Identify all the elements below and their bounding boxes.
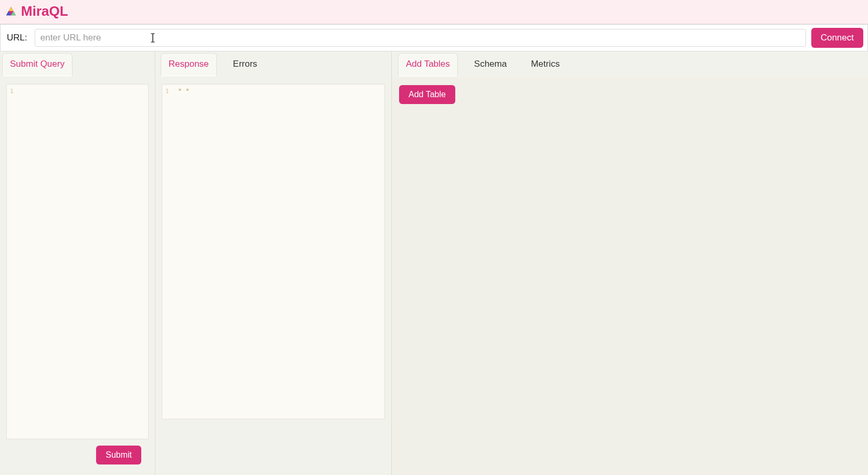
editor-gutter-line: 1 (10, 88, 14, 95)
right-column: Add Tables Schema Metrics Add Table (392, 51, 868, 475)
left-tab-row: Submit Query (0, 51, 155, 78)
url-input[interactable] (40, 33, 800, 43)
tab-response[interactable]: Response (161, 53, 217, 76)
right-panel-area: Add Table (392, 78, 868, 475)
right-tab-row: Add Tables Schema Metrics (392, 51, 868, 78)
app-title: MiraQL (21, 3, 68, 19)
response-viewer[interactable]: 1 " " (162, 84, 385, 419)
response-line-1: " " (178, 88, 190, 95)
miraql-logo-icon (5, 6, 17, 17)
submit-row: Submit (6, 439, 149, 464)
middle-panel-area: 1 " " (155, 78, 391, 475)
left-column: Submit Query 1 Submit (0, 51, 155, 475)
add-table-button[interactable]: Add Table (399, 85, 455, 104)
query-editor[interactable]: 1 (6, 84, 149, 439)
tab-errors[interactable]: Errors (225, 53, 265, 76)
middle-column: Response Errors 1 " " (155, 51, 392, 475)
submit-button[interactable]: Submit (96, 446, 141, 464)
logo-wrap: MiraQL (5, 3, 68, 19)
tab-schema[interactable]: Schema (466, 53, 515, 76)
app-header: MiraQL (0, 0, 868, 24)
url-input-wrap[interactable] (35, 29, 806, 47)
url-bar: URL: Connect (0, 24, 868, 51)
connect-button[interactable]: Connect (811, 28, 863, 48)
svg-marker-1 (8, 6, 13, 11)
response-gutter-line: 1 (165, 88, 169, 95)
tab-metrics[interactable]: Metrics (523, 53, 568, 76)
tab-add-tables[interactable]: Add Tables (398, 53, 458, 76)
tab-submit-query[interactable]: Submit Query (2, 53, 72, 76)
left-panel-area: 1 Submit (0, 78, 155, 475)
url-label: URL: (5, 33, 29, 43)
middle-tab-row: Response Errors (155, 51, 391, 78)
main-area: Submit Query 1 Submit Response Errors 1 … (0, 51, 868, 475)
